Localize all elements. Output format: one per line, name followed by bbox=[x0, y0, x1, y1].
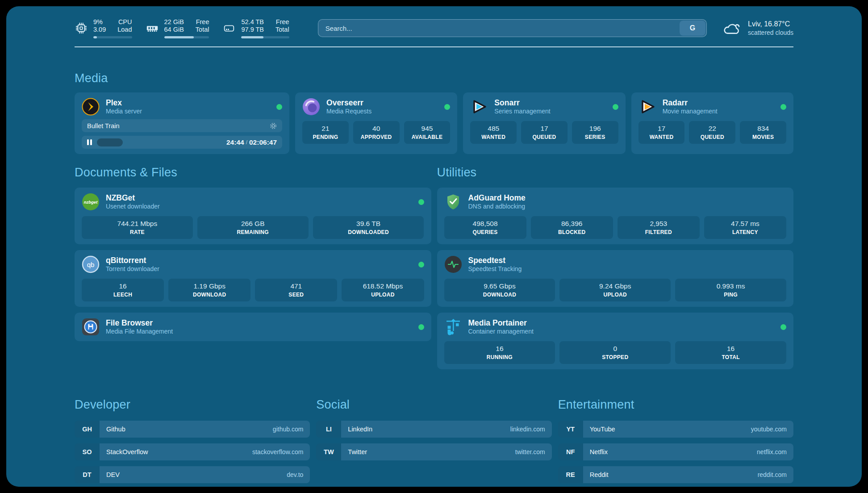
stat-upload: 618.52 MbpsUPLOAD bbox=[342, 279, 424, 301]
bookmark-abbr: RE bbox=[558, 466, 583, 483]
playback-row: 24:44 / 02:06:47 bbox=[82, 136, 282, 149]
bookmark-abbr: LI bbox=[316, 421, 341, 438]
qbittorrent-icon: qb bbox=[82, 255, 100, 273]
bookmark-stackoverflow[interactable]: SO StackOverflow stackoverflow.com bbox=[75, 443, 310, 460]
header-divider bbox=[75, 46, 793, 47]
search-container: G bbox=[318, 19, 707, 37]
bookmark-url: reddit.com bbox=[758, 471, 787, 478]
service-subtitle: Usenet downloader bbox=[106, 203, 160, 210]
stat-rate: 744.21 MbpsRATE bbox=[82, 216, 193, 239]
memory-free-value: 22 GiB bbox=[164, 18, 184, 26]
search-input[interactable] bbox=[318, 19, 707, 37]
bookmark-url: linkedin.com bbox=[510, 426, 545, 433]
service-name: File Browser bbox=[106, 318, 173, 328]
bookmark-name: YouTube bbox=[590, 426, 615, 433]
elapsed-time: 24:44 bbox=[226, 138, 244, 146]
memory-total-label: Total bbox=[196, 26, 209, 34]
stat-wanted: 485WANTED bbox=[470, 121, 517, 144]
stat-download: 9.65 GbpsDOWNLOAD bbox=[444, 279, 555, 301]
bookmark-name: Twitter bbox=[348, 448, 367, 455]
overseerr-icon bbox=[302, 98, 320, 116]
memory-total-value: 64 GiB bbox=[164, 26, 184, 34]
radarr-icon bbox=[638, 98, 656, 116]
section-title-developer: Developer bbox=[75, 398, 310, 412]
service-card-qbittorrent[interactable]: qb qBittorrent Torrent downloader 16LEEC… bbox=[75, 250, 431, 307]
service-card-filebrowser[interactable]: File Browser Media File Management bbox=[75, 313, 431, 341]
status-badge bbox=[418, 199, 424, 205]
service-card-overseerr[interactable]: Overseerr Media Requests 21PENDING 40APP… bbox=[295, 92, 457, 154]
section-title-entertainment: Entertainment bbox=[558, 398, 793, 412]
stat-stopped: 0STOPPED bbox=[559, 341, 671, 364]
now-playing-title: Bullet Train bbox=[87, 122, 120, 130]
service-subtitle: Container management bbox=[468, 328, 534, 335]
service-subtitle: Torrent downloader bbox=[106, 265, 159, 273]
bookmark-url: stackoverflow.com bbox=[252, 448, 303, 455]
status-badge bbox=[418, 324, 424, 330]
disk-icon bbox=[222, 21, 236, 35]
status-badge bbox=[276, 104, 282, 110]
bookmark-dev[interactable]: DT DEV dev.to bbox=[75, 466, 310, 483]
bookmark-reddit[interactable]: RE Reddit reddit.com bbox=[558, 466, 793, 483]
stat-approved: 40APPROVED bbox=[353, 121, 400, 144]
disk-free-label: Free bbox=[275, 18, 289, 26]
time-separator: / bbox=[246, 139, 247, 146]
section-title-utilities: Utilities bbox=[437, 166, 794, 180]
bookmark-name: Reddit bbox=[590, 471, 609, 478]
service-name: Radarr bbox=[663, 98, 718, 108]
memory-resource-widget: 22 GiB Free 64 GiB Total bbox=[146, 18, 209, 38]
service-subtitle: Media File Management bbox=[106, 328, 173, 335]
adguard-icon bbox=[444, 193, 462, 211]
cpu-icon bbox=[75, 21, 88, 35]
plex-icon bbox=[82, 98, 100, 116]
bookmark-netflix[interactable]: NF Netflix netflix.com bbox=[558, 443, 793, 460]
disk-total-value: 97.9 TB bbox=[241, 26, 264, 34]
bookmark-abbr: DT bbox=[75, 466, 100, 483]
bookmark-abbr: NF bbox=[558, 443, 583, 460]
stat-available: 945AVAILABLE bbox=[404, 121, 451, 144]
bookmark-twitter[interactable]: TW Twitter twitter.com bbox=[316, 443, 551, 460]
bookmark-abbr: GH bbox=[75, 421, 100, 438]
service-subtitle: Media server bbox=[106, 108, 142, 115]
cpu-usage-label: CPU bbox=[117, 18, 132, 26]
disk-resource-widget: 52.4 TB Free 97.9 TB Total bbox=[222, 18, 289, 38]
cpu-load-value: 3.09 bbox=[93, 26, 106, 34]
bookmark-github[interactable]: GH Github github.com bbox=[75, 421, 310, 438]
stat-movies: 834MOVIES bbox=[740, 121, 786, 144]
service-card-nzbget[interactable]: nzbget NZBGet Usenet downloader 744.21 M… bbox=[75, 188, 431, 244]
bookmark-abbr: YT bbox=[558, 421, 583, 438]
bookmark-url: youtube.com bbox=[751, 426, 787, 433]
bookmark-linkedin[interactable]: LI LinkedIn linkedin.com bbox=[316, 421, 551, 438]
playback-progress-bar[interactable] bbox=[97, 138, 226, 146]
pause-icon[interactable] bbox=[87, 139, 93, 145]
stat-ping: 0.993 msPING bbox=[675, 279, 786, 301]
cpu-usage-value: 9% bbox=[93, 18, 106, 26]
weather-condition: scattered clouds bbox=[748, 29, 793, 37]
stat-queries: 498,508QUERIES bbox=[444, 216, 526, 239]
speedtest-icon bbox=[444, 255, 462, 273]
bookmark-url: dev.to bbox=[287, 471, 303, 478]
service-subtitle: DNS and adblocking bbox=[468, 203, 526, 210]
stat-remaining: 266 GBREMAINING bbox=[197, 216, 309, 239]
service-name: Speedtest bbox=[468, 256, 522, 265]
stat-blocked: 86,396BLOCKED bbox=[531, 216, 613, 239]
sonarr-icon bbox=[470, 98, 488, 116]
service-card-sonarr[interactable]: Sonarr Series management 485WANTED 17QUE… bbox=[463, 92, 625, 154]
bookmark-url: twitter.com bbox=[515, 448, 545, 455]
service-card-adguard[interactable]: AdGuard Home DNS and adblocking 498,508Q… bbox=[437, 188, 794, 244]
disk-total-label: Total bbox=[275, 26, 289, 34]
bookmark-abbr: TW bbox=[316, 443, 341, 460]
svg-text:qb: qb bbox=[87, 261, 95, 268]
cpu-resource-widget: 9% CPU 3.09 Load bbox=[75, 18, 132, 38]
bookmark-youtube[interactable]: YT YouTube youtube.com bbox=[558, 421, 793, 438]
bookmark-abbr: SO bbox=[75, 443, 100, 460]
service-card-plex[interactable]: Plex Media server Bullet Train bbox=[75, 92, 289, 154]
cpu-progress-bar bbox=[93, 36, 132, 38]
search-provider-button[interactable]: G bbox=[680, 21, 705, 36]
service-name: NZBGet bbox=[106, 193, 160, 203]
service-card-radarr[interactable]: Radarr Movie management 17WANTED 22QUEUE… bbox=[631, 92, 793, 154]
service-card-speedtest[interactable]: Speedtest Speedtest Tracking 9.65 GbpsDO… bbox=[437, 250, 794, 307]
top-bar: 9% CPU 3.09 Load bbox=[75, 17, 793, 39]
gear-icon[interactable] bbox=[270, 122, 277, 130]
service-name: Plex bbox=[106, 98, 142, 108]
service-card-portainer[interactable]: Media Portainer Container management 16R… bbox=[437, 313, 794, 369]
